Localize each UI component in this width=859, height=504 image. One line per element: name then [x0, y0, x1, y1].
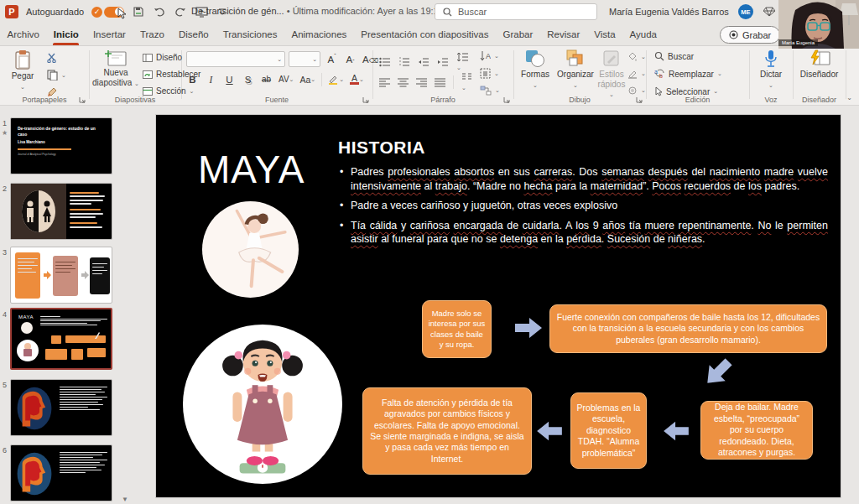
reset-icon — [143, 70, 153, 79]
bullets-button[interactable] — [379, 57, 391, 67]
tab-ayuda[interactable]: Ayuda — [622, 23, 664, 45]
document-title[interactable]: De-transición de gén... • Última modific… — [191, 6, 456, 16]
bullet-item-2: Padre a veces cariñoso y juguetón, otras… — [338, 199, 828, 213]
smartart-button[interactable]: ⌄ — [480, 86, 500, 96]
tab-inicio[interactable]: Inicio — [46, 23, 86, 45]
grow-font-button[interactable]: Aˆ — [325, 52, 338, 66]
webcam-overlay[interactable]: María Eugenia — [778, 0, 859, 49]
flow-arrow-down-left[interactable] — [698, 352, 738, 392]
search-icon — [443, 8, 452, 17]
shapes-button[interactable]: Formas⌄ — [517, 49, 554, 89]
align-left-button[interactable] — [379, 77, 390, 87]
font-name-combo[interactable]: ⌄ — [186, 51, 285, 67]
thumb-number-2: 2 — [3, 184, 7, 193]
drawing-dialog-launcher[interactable] — [636, 96, 643, 103]
editing-group: Buscar ab Reemplazar⌄ Seleccionar⌄ Edici… — [646, 46, 749, 106]
columns-button[interactable]: ⌄ — [461, 72, 472, 91]
change-case-button[interactable]: Aa⌄ — [299, 72, 315, 86]
slide-name-title[interactable]: MAYA — [198, 147, 305, 192]
user-avatar[interactable]: ME — [738, 4, 753, 19]
slide-bullet-list[interactable]: Padres profesionales absortos en sus car… — [338, 165, 828, 252]
user-name[interactable]: María Eugenia Valdés Barros — [609, 7, 729, 17]
shape-fill-button[interactable]: ⌄ — [627, 52, 646, 62]
strikethrough-button[interactable]: ab — [260, 72, 273, 86]
search-placeholder: Buscar — [458, 7, 487, 17]
justify-button[interactable] — [435, 77, 445, 87]
font-color-button[interactable]: A⌄ — [350, 72, 364, 86]
tab-insertar[interactable]: Insertar — [86, 23, 133, 45]
tab-diseño[interactable]: Diseño — [171, 23, 216, 45]
flow-box-school-problems[interactable]: Problemas en la escuela, diagnostico TDA… — [570, 392, 647, 469]
character-spacing-button[interactable]: AV⌄ — [279, 72, 294, 86]
undo-icon[interactable] — [153, 5, 166, 18]
replace-button[interactable]: ab Reemplazar⌄ — [654, 69, 722, 79]
underline-button[interactable]: U — [223, 72, 236, 86]
tab-trazo[interactable]: Trazo — [133, 23, 171, 45]
scissors-icon — [47, 53, 58, 63]
text-shadow-button[interactable]: S — [242, 72, 254, 86]
thumbnails-scroll-down[interactable]: ▼ — [118, 494, 132, 504]
tab-animaciones[interactable]: Animaciones — [284, 23, 354, 45]
increase-indent-button[interactable] — [437, 57, 449, 67]
arrange-button[interactable]: Organizar⌄ — [554, 49, 597, 89]
premium-gem-icon[interactable] — [763, 5, 776, 18]
line-spacing-button[interactable]: ⌄ — [456, 52, 469, 71]
tab-grabar[interactable]: Grabar — [496, 23, 540, 45]
dictate-button[interactable]: Dictar⌄ — [752, 49, 789, 89]
tab-vista[interactable]: Vista — [587, 23, 622, 45]
align-center-button[interactable] — [398, 77, 409, 87]
paragraph-dialog-launcher[interactable] — [503, 96, 510, 103]
paste-button[interactable]: Pegar⌄ — [7, 49, 39, 91]
girl-on-scale-image[interactable] — [183, 325, 342, 484]
save-icon[interactable] — [132, 5, 145, 18]
clipboard-dialog-launcher[interactable] — [79, 96, 86, 103]
tab-transiciones[interactable]: Transiciones — [216, 23, 284, 45]
ballerina-image[interactable] — [202, 201, 299, 298]
align-right-button[interactable] — [416, 77, 427, 87]
shapes-icon — [517, 49, 554, 68]
flow-box-attention-loss[interactable]: Falta de atención y pérdida de tía agrav… — [362, 387, 532, 475]
thumbnail-slide-2[interactable] — [10, 183, 112, 240]
flow-box-mother-interest[interactable]: Madre solo se interesa por sus clases de… — [422, 300, 492, 358]
flow-box-stops-dancing[interactable]: Deja de bailar. Madre esbelta, “preocupa… — [700, 401, 813, 460]
slide-canvas[interactable]: MAYA HISTORIA Padres profesionales absor… — [156, 115, 841, 497]
font-dialog-launcher[interactable] — [362, 96, 369, 103]
highlight-color-button[interactable]: ⌄ — [328, 72, 344, 86]
thumbnail-slide-3[interactable] — [10, 247, 112, 304]
font-size-combo[interactable]: ⌄ — [289, 51, 320, 67]
record-button[interactable]: Grabar — [720, 26, 780, 44]
slide-heading[interactable]: HISTORIA — [338, 138, 425, 158]
flow-arrow-left-1[interactable] — [664, 420, 689, 442]
thumbnail-slide-5[interactable] — [10, 379, 112, 436]
tab-archivo[interactable]: Archivo — [0, 23, 46, 45]
tab-revisar[interactable]: Revisar — [540, 23, 587, 45]
designer-group: Diseñador Diseñador — [793, 46, 846, 106]
flow-arrow-right-1[interactable] — [515, 316, 542, 340]
designer-button[interactable]: Diseñador — [796, 49, 842, 80]
slide-thumbnails-panel: 1 ★ De-transición de género: estudio de … — [0, 106, 134, 504]
thumbnail-slide-4-selected[interactable]: MAYA — [10, 308, 112, 370]
numbering-button[interactable] — [398, 57, 410, 67]
collapse-ribbon-chevron[interactable]: ⌄ — [846, 94, 852, 101]
find-button[interactable]: Buscar — [654, 51, 694, 61]
shape-outline-button[interactable]: ⌄ — [627, 69, 646, 79]
text-direction-button[interactable]: A⌄ — [480, 50, 499, 61]
shrink-font-button[interactable]: Aˇ — [344, 52, 357, 66]
italic-button[interactable]: I — [205, 72, 217, 86]
thumbnail-slide-6[interactable] — [10, 444, 112, 501]
shape-effects-button[interactable]: ⌄ — [627, 86, 646, 96]
copy-button[interactable]: ⌄ — [47, 70, 66, 81]
flow-arrow-left-2[interactable] — [537, 420, 562, 442]
search-box[interactable]: Buscar — [435, 3, 597, 20]
thumb-number-3: 3 — [3, 248, 7, 257]
bold-button[interactable]: B — [186, 72, 199, 86]
flow-box-dance-connection[interactable]: Fuerte conexión con compañeros de baile … — [549, 304, 827, 353]
decrease-indent-button[interactable] — [418, 57, 430, 67]
thumbnail-slide-1[interactable]: De-transición de género: estudio de un c… — [10, 117, 112, 174]
new-slide-button[interactable]: Nueva diapositiva ⌄ — [92, 49, 139, 87]
tab-presentación-con-diapositivas[interactable]: Presentación con diapositivas — [354, 23, 496, 45]
quick-styles-button[interactable]: Estilos rápidos ⌄ — [597, 49, 626, 99]
cut-button[interactable] — [47, 53, 58, 63]
align-text-button[interactable]: ⌄ — [480, 68, 499, 79]
redo-icon[interactable] — [174, 5, 187, 18]
